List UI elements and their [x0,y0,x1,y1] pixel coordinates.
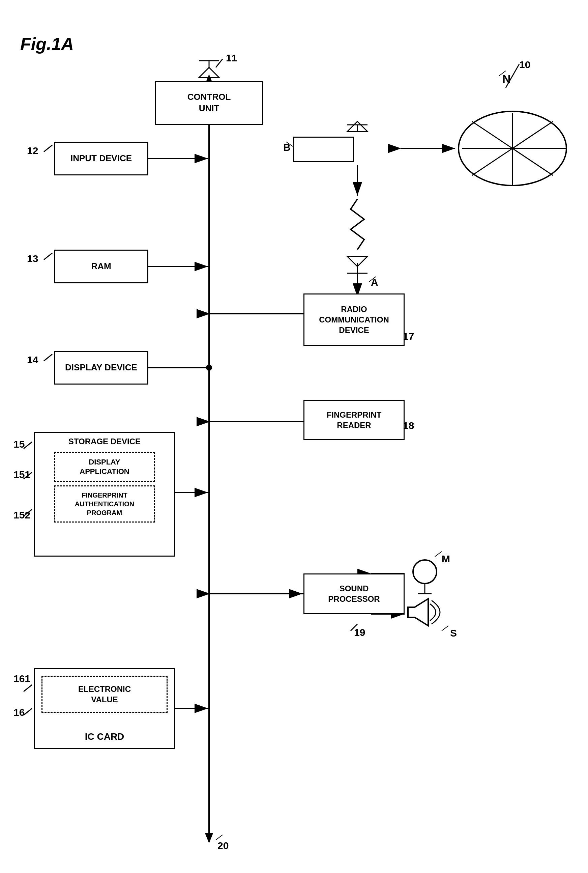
svg-marker-29 [347,122,368,132]
svg-marker-5 [205,833,213,843]
fingerprint-reader-box: FINGERPRINTREADER [303,400,405,440]
label-n: N [502,72,511,86]
radio-comm-box: RADIOCOMMUNICATIONDEVICE [303,293,405,346]
display-device-label: DISPLAY DEVICE [65,362,137,373]
sound-processor-box: SOUNDPROCESSOR [303,574,405,614]
fingerprint-reader-label: FINGERPRINTREADER [327,410,382,430]
svg-line-49 [44,253,52,260]
display-application-label: DISPLAYAPPLICATION [80,457,129,476]
svg-line-54 [24,685,32,691]
svg-marker-26 [347,256,368,266]
svg-line-63 [216,835,222,840]
ref-20: 20 [218,840,229,851]
svg-line-47 [216,59,222,68]
control-unit-box: CONTROLUNIT [155,81,263,125]
ram-label: RAM [91,261,111,272]
input-device-box: INPUT DEVICE [54,142,148,176]
ref-10: 10 [519,59,530,71]
label-s: S [450,627,457,639]
svg-point-35 [459,111,566,186]
ref-15: 15 [14,439,25,450]
radio-comm-label: RADIOCOMMUNICATIONDEVICE [319,304,389,336]
ref-14: 14 [27,354,38,366]
ram-box: RAM [54,249,148,283]
svg-line-39 [472,122,553,176]
ref-161: 161 [14,673,30,684]
ic-card-label: IC CARD [85,731,124,743]
display-device-box: DISPLAY DEVICE [54,351,148,385]
ref-151: 151 [14,469,30,480]
display-application-box: DISPLAYAPPLICATION [54,452,155,482]
ref-16: 16 [14,707,25,718]
input-device-label: INPUT DEVICE [70,153,132,164]
label-a: A [371,276,378,288]
figure-label: Fig.1A [20,34,74,54]
ref-12: 12 [27,145,38,156]
ref-17: 17 [403,331,414,342]
fingerprint-auth-box: FINGERPRINTAUTHENTICATIONPROGRAM [54,485,155,523]
svg-line-62 [442,626,448,631]
storage-device-box: STORAGE DEVICE DISPLAYAPPLICATION FINGER… [34,432,176,557]
svg-line-48 [44,145,52,152]
ref-11: 11 [226,52,237,64]
svg-marker-32 [199,68,219,78]
relay-box-b [293,137,354,162]
svg-marker-45 [408,599,428,626]
svg-line-51 [24,442,32,449]
diagram-container: Fig.1A [0,0,588,873]
svg-point-42 [413,560,436,584]
ref-18: 18 [403,420,414,431]
control-unit-label: CONTROLUNIT [188,92,231,114]
ref-19: 19 [354,627,365,638]
svg-line-61 [435,551,442,557]
ref-13: 13 [27,253,38,264]
ref-152: 152 [14,509,30,521]
svg-point-12 [206,365,212,371]
svg-line-50 [44,354,52,361]
label-m: M [442,553,450,565]
electronic-value-box: ELECTRONICVALUE [42,676,168,713]
label-b: B [283,142,291,153]
electronic-value-label: ELECTRONICVALUE [78,684,131,705]
svg-line-55 [24,708,32,715]
ic-card-box: IC CARD ELECTRONICVALUE [34,668,176,749]
storage-device-label: STORAGE DEVICE [69,436,141,446]
fingerprint-auth-label: FINGERPRINTAUTHENTICATIONPROGRAM [75,491,134,517]
svg-line-38 [472,122,553,176]
sound-processor-label: SOUNDPROCESSOR [328,583,380,604]
